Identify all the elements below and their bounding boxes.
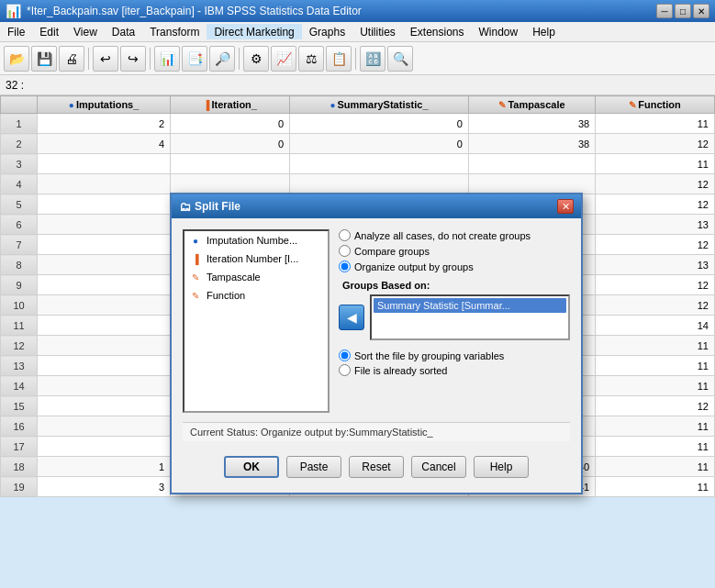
undo-button[interactable]: ↩ — [93, 46, 118, 72]
cell-function[interactable]: 11 — [596, 356, 715, 376]
cell-imputations[interactable] — [38, 194, 171, 215]
col-function[interactable]: ✎ Function — [596, 96, 715, 114]
cell-imputations[interactable] — [38, 174, 171, 194]
maximize-button[interactable]: □ — [675, 4, 691, 18]
cell-imputations[interactable] — [38, 275, 171, 295]
col-iteration[interactable]: ▐ Iteration_ — [171, 96, 290, 114]
var-item-iteration[interactable]: ▐ Iteration Number [I... — [184, 250, 328, 268]
menu-utilities[interactable]: Utilities — [352, 24, 403, 39]
cell-function[interactable]: 11 — [596, 154, 715, 174]
cell-imputations[interactable] — [38, 376, 171, 396]
close-button[interactable]: ✕ — [693, 4, 709, 18]
menu-extensions[interactable]: Extensions — [403, 24, 472, 39]
col-tampascale[interactable]: ✎ Tampascale — [468, 96, 595, 114]
menu-help[interactable]: Help — [525, 24, 563, 39]
radio-sort-file-input[interactable] — [339, 349, 351, 361]
menu-transform[interactable]: Transform — [142, 24, 207, 39]
cell-function[interactable]: 11 — [596, 336, 715, 356]
cell-summarystatistic[interactable]: 0 — [290, 114, 469, 134]
minimize-button[interactable]: ─ — [656, 4, 673, 18]
paste-button[interactable]: Paste — [286, 456, 341, 478]
radio-organize-output-input[interactable] — [339, 261, 351, 272]
cell-iteration[interactable] — [171, 154, 290, 174]
cell-tampascale[interactable]: 38 — [468, 134, 595, 154]
chart-button[interactable]: 📊 — [154, 46, 180, 72]
cell-function[interactable]: 11 — [596, 477, 715, 497]
cell-imputations[interactable]: 4 — [38, 134, 171, 154]
cell-imputations[interactable] — [38, 154, 171, 174]
cell-function[interactable]: 12 — [596, 134, 715, 154]
redo-button[interactable]: ↪ — [120, 46, 146, 72]
menu-view[interactable]: View — [66, 24, 105, 39]
cell-imputations[interactable] — [38, 437, 171, 457]
table-button[interactable]: 📑 — [182, 46, 207, 72]
move-to-groups-button[interactable]: ◀ — [339, 305, 364, 330]
radio-organize-output[interactable]: Organize output by groups — [339, 261, 570, 272]
cell-function[interactable]: 13 — [596, 215, 715, 235]
ok-button[interactable]: OK — [224, 456, 279, 478]
var-item-imputation[interactable]: ● Imputation Numbe... — [184, 231, 328, 250]
cell-function[interactable]: 11 — [596, 437, 715, 457]
cell-tampascale[interactable]: 38 — [468, 114, 595, 134]
radio-already-sorted[interactable]: File is already sorted — [339, 364, 570, 376]
radio-already-sorted-input[interactable] — [339, 364, 351, 376]
menu-data[interactable]: Data — [105, 24, 142, 39]
cell-function[interactable]: 14 — [596, 316, 715, 336]
cell-summarystatistic[interactable]: 0 — [290, 134, 469, 154]
radio-sort-file[interactable]: Sort the file by grouping variables — [339, 349, 570, 361]
cell-imputations[interactable]: 1 — [38, 457, 171, 477]
cell-function[interactable]: 12 — [596, 235, 715, 255]
cell-function[interactable]: 12 — [596, 275, 715, 295]
menu-file[interactable]: File — [0, 24, 32, 39]
settings-button[interactable]: ⚙ — [243, 46, 269, 72]
cell-imputations[interactable] — [38, 336, 171, 356]
cell-tampascale[interactable] — [468, 154, 595, 174]
save-button[interactable]: 💾 — [31, 46, 57, 72]
search-button[interactable]: 🔎 — [209, 46, 235, 72]
help-button[interactable]: Help — [474, 456, 529, 478]
cell-summarystatistic[interactable] — [290, 154, 469, 174]
cell-function[interactable]: 13 — [596, 255, 715, 275]
menu-edit[interactable]: Edit — [32, 24, 66, 39]
cell-iteration[interactable]: 0 — [171, 134, 290, 154]
variable-list[interactable]: ● Imputation Numbe... ▐ Iteration Number… — [183, 229, 330, 413]
menu-window[interactable]: Window — [472, 24, 526, 39]
print-button[interactable]: 🖨 — [59, 46, 84, 72]
cell-iteration[interactable] — [171, 174, 290, 194]
var-item-function[interactable]: ✎ Function — [184, 286, 328, 305]
scale-button[interactable]: ⚖ — [298, 46, 324, 72]
radio-compare-groups[interactable]: Compare groups — [339, 245, 570, 257]
cell-imputations[interactable]: 2 — [38, 114, 171, 134]
radio-analyze-all-input[interactable] — [339, 229, 351, 241]
data-button[interactable]: 📋 — [326, 46, 352, 72]
cell-tampascale[interactable] — [468, 174, 595, 194]
cell-imputations[interactable] — [38, 416, 171, 437]
cell-function[interactable]: 11 — [596, 376, 715, 396]
menu-graphs[interactable]: Graphs — [302, 24, 352, 39]
zoom-button[interactable]: 🔍 — [387, 46, 413, 72]
cell-function[interactable]: 11 — [596, 416, 715, 437]
groups-box[interactable]: Summary Statistic [Summar... — [370, 294, 570, 340]
cell-summarystatistic[interactable] — [290, 174, 469, 194]
stats-button[interactable]: 📈 — [271, 46, 296, 72]
cell-imputations[interactable] — [38, 255, 171, 275]
cell-function[interactable]: 11 — [596, 457, 715, 477]
cell-function[interactable]: 12 — [596, 396, 715, 416]
var-item-tampascale[interactable]: ✎ Tampascale — [184, 268, 328, 286]
radio-compare-groups-input[interactable] — [339, 245, 351, 257]
cell-function[interactable]: 12 — [596, 174, 715, 194]
reset-button[interactable]: Reset — [349, 456, 404, 478]
cell-imputations[interactable] — [38, 316, 171, 336]
cell-imputations[interactable]: 3 — [38, 477, 171, 497]
cell-function[interactable]: 12 — [596, 194, 715, 215]
cell-imputations[interactable] — [38, 215, 171, 235]
col-imputations[interactable]: ● Imputations_ — [38, 96, 171, 114]
menu-direct-marketing[interactable]: Direct Marketing — [207, 24, 301, 39]
cell-function[interactable]: 12 — [596, 295, 715, 316]
cell-imputations[interactable] — [38, 295, 171, 316]
cell-imputations[interactable] — [38, 396, 171, 416]
radio-analyze-all[interactable]: Analyze all cases, do not create groups — [339, 229, 570, 241]
cancel-button[interactable]: Cancel — [411, 456, 466, 478]
dialog-close-button[interactable]: ✕ — [557, 199, 574, 214]
font-button[interactable]: 🔠 — [360, 46, 385, 72]
